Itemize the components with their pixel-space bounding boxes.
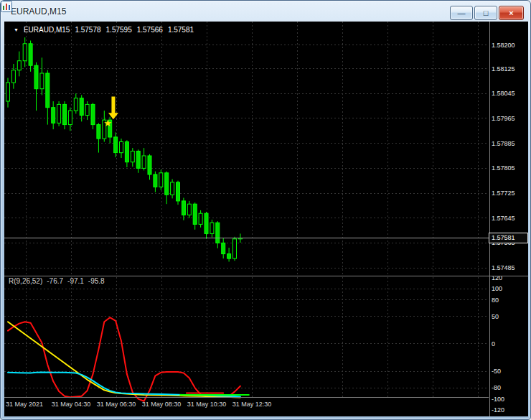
high-value: 1.57595 xyxy=(106,26,132,34)
indicator-header: R(9,26,52) -76.7 -97.1 -95.8 xyxy=(9,277,105,285)
chart-app-icon[interactable] xyxy=(1,1,12,12)
low-value: 1.57566 xyxy=(137,26,163,34)
indicator-name: R(9,26,52) xyxy=(9,277,42,285)
svg-text:1.57805: 1.57805 xyxy=(492,164,515,172)
indicator-value-1: -76.7 xyxy=(47,277,63,285)
svg-text:80: 80 xyxy=(492,297,499,304)
chart-window: EURAUD,M15 — □ × 1.582001.581251.580451.… xyxy=(0,0,531,420)
svg-text:0: 0 xyxy=(492,340,495,347)
window-controls: — □ × xyxy=(450,6,524,20)
maximize-button[interactable]: □ xyxy=(474,6,497,20)
indicator-value-3: -95.8 xyxy=(88,277,105,285)
window-title: EURAUD,M15 xyxy=(11,6,66,17)
svg-text:31 May 12:30: 31 May 12:30 xyxy=(232,401,272,408)
svg-text:-80: -80 xyxy=(492,384,501,391)
svg-text:31 May 04:30: 31 May 04:30 xyxy=(52,401,91,408)
svg-text:31 May 08:30: 31 May 08:30 xyxy=(142,401,182,408)
svg-text:31 May 2021: 31 May 2021 xyxy=(6,401,43,408)
current-price-badge: 1.57581 xyxy=(489,233,528,243)
close-icon: × xyxy=(509,9,513,17)
close-value: 1.57581 xyxy=(168,26,194,34)
svg-text:-120: -120 xyxy=(492,406,504,414)
symbol-period-label: EURAUD,M15 xyxy=(24,26,70,34)
chart-canvas[interactable]: 1.582001.581251.580451.579651.578851.578… xyxy=(4,22,528,416)
minimize-icon: — xyxy=(458,9,466,17)
svg-text:100: 100 xyxy=(492,285,502,292)
svg-text:120: 120 xyxy=(492,274,502,281)
svg-text:1.57485: 1.57485 xyxy=(492,264,515,271)
svg-text:50: 50 xyxy=(492,313,499,320)
svg-text:1.57965: 1.57965 xyxy=(492,115,515,122)
chart-area[interactable]: 1.582001.581251.580451.579651.578851.578… xyxy=(4,22,528,416)
svg-text:-50: -50 xyxy=(492,368,501,375)
svg-text:1.57645: 1.57645 xyxy=(492,215,515,222)
svg-text:31 May 06:30: 31 May 06:30 xyxy=(97,401,136,408)
svg-text:31 May 10:30: 31 May 10:30 xyxy=(187,401,227,408)
ohlc-header: ▼ EURAUD,M15 1.57578 1.57595 1.57566 1.5… xyxy=(14,26,194,34)
open-value: 1.57578 xyxy=(75,26,100,34)
svg-text:1.57725: 1.57725 xyxy=(492,190,515,197)
svg-text:-100: -100 xyxy=(492,396,504,403)
symbol-dropdown-icon[interactable]: ▼ xyxy=(14,27,19,32)
minimize-button[interactable]: — xyxy=(450,6,473,20)
svg-text:1.58200: 1.58200 xyxy=(492,42,515,49)
svg-text:1.58045: 1.58045 xyxy=(492,90,515,97)
svg-text:1.58125: 1.58125 xyxy=(492,65,515,73)
close-button[interactable]: × xyxy=(499,6,524,20)
titlebar[interactable]: EURAUD,M15 — □ × xyxy=(1,1,530,22)
svg-text:1.57885: 1.57885 xyxy=(492,140,515,147)
svg-text:★: ★ xyxy=(103,118,112,129)
maximize-icon: □ xyxy=(484,9,489,17)
indicator-value-2: -97.1 xyxy=(67,277,84,285)
